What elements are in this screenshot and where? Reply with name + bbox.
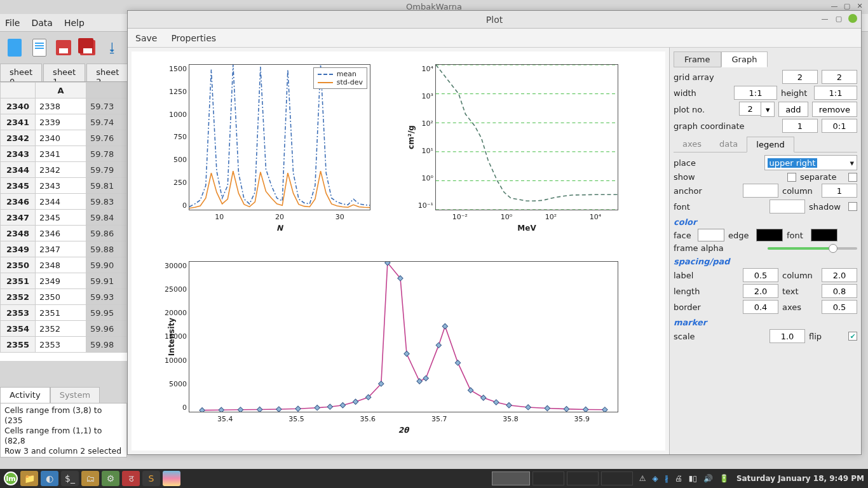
- table-row[interactable]: 2350234859.90: [1, 257, 127, 273]
- table-row[interactable]: 2352235059.93: [1, 289, 127, 305]
- text-input[interactable]: [822, 284, 857, 298]
- shield-icon[interactable]: ◈: [652, 474, 658, 483]
- volume-icon[interactable]: 🔊: [703, 474, 713, 483]
- table-row[interactable]: 2342234059.76: [1, 130, 127, 146]
- font-color[interactable]: [811, 229, 837, 241]
- terminal-icon[interactable]: $_: [61, 471, 79, 486]
- menu-data[interactable]: Data: [31, 18, 52, 28]
- remove-button[interactable]: remove: [812, 102, 857, 117]
- settings-icon[interactable]: ⚙: [102, 471, 119, 486]
- gc1-input[interactable]: [782, 119, 818, 133]
- col-header-a[interactable]: A: [36, 83, 86, 98]
- grid-cols-input[interactable]: [822, 70, 857, 84]
- subtab-data[interactable]: data: [710, 137, 747, 152]
- plot-no-dropdown[interactable]: ▾: [761, 102, 775, 117]
- table-row[interactable]: 2353235159.95: [1, 305, 127, 321]
- sublime-icon[interactable]: S: [142, 471, 160, 486]
- table-row[interactable]: 2351234959.91: [1, 273, 127, 289]
- table-row[interactable]: 2347234559.84: [1, 210, 127, 226]
- border-input[interactable]: [743, 300, 778, 314]
- flip-checkbox[interactable]: ✔: [848, 332, 857, 341]
- network-icon[interactable]: ▮▯: [689, 474, 697, 483]
- lbl-graph-coord: graph coordinate: [674, 121, 778, 131]
- sheet-tab-2[interactable]: sheet 2: [86, 64, 127, 81]
- menu-file[interactable]: File: [5, 18, 20, 28]
- maximize-icon[interactable]: ▢: [843, 1, 851, 10]
- table-row[interactable]: 2344234259.79: [1, 162, 127, 178]
- corner-cell[interactable]: [1, 83, 36, 98]
- system-tab[interactable]: System: [50, 387, 100, 403]
- plot-minimize-icon[interactable]: —: [820, 14, 829, 23]
- plot-menu-save[interactable]: Save: [135, 33, 157, 43]
- menu-help[interactable]: Help: [64, 18, 85, 28]
- spreadsheet[interactable]: A 2340233859.732341233959.742342234059.7…: [0, 81, 127, 361]
- tab-frame[interactable]: Frame: [674, 51, 721, 67]
- axes2-input[interactable]: [822, 300, 857, 314]
- plot-maximize-icon[interactable]: ▢: [834, 14, 843, 23]
- edge-color[interactable]: [756, 229, 783, 241]
- lbl-face: face: [674, 231, 694, 240]
- column2-input[interactable]: [822, 268, 857, 282]
- frame-alpha-slider[interactable]: [768, 247, 858, 250]
- place-select[interactable]: upper right▾: [764, 155, 858, 170]
- anchor-input[interactable]: [743, 184, 778, 198]
- save-icon[interactable]: [55, 37, 72, 58]
- table-row[interactable]: 2346234459.83: [1, 194, 127, 210]
- col-header-b[interactable]: [86, 83, 127, 98]
- ombak-icon[interactable]: [163, 471, 180, 486]
- warning-icon[interactable]: ⚠: [639, 474, 646, 483]
- table-row[interactable]: 2341233959.74: [1, 114, 127, 130]
- import-icon[interactable]: ⭳: [104, 37, 121, 58]
- taskbar-active-window[interactable]: [492, 471, 530, 485]
- bluetooth-icon[interactable]: ∦: [665, 474, 668, 483]
- plot-menu-properties[interactable]: Properties: [171, 33, 216, 43]
- table-row[interactable]: 2349234759.88: [1, 241, 127, 257]
- font-input[interactable]: [770, 200, 805, 214]
- taskbar-clock[interactable]: Saturday January 18, 9:49 PM: [736, 474, 864, 483]
- table-row[interactable]: 2343234159.78: [1, 146, 127, 162]
- shadow-checkbox[interactable]: [848, 202, 857, 211]
- sheet-tab-1[interactable]: sheet 1: [43, 64, 85, 81]
- gc2-input[interactable]: [822, 119, 857, 133]
- tab-graph[interactable]: Graph: [721, 51, 768, 67]
- taskbar-slot-2[interactable]: [567, 471, 599, 485]
- table-row[interactable]: 2355235359.98: [1, 337, 127, 353]
- show-checkbox[interactable]: [787, 173, 796, 182]
- height-input[interactable]: [814, 86, 857, 100]
- svg-rect-26: [468, 388, 473, 393]
- face-color[interactable]: [698, 229, 724, 241]
- new-file-icon[interactable]: [6, 37, 23, 58]
- table-row[interactable]: 2345234359.81: [1, 178, 127, 194]
- separate-checkbox[interactable]: [848, 173, 857, 182]
- battery-icon[interactable]: 🔋: [719, 474, 729, 483]
- column-input[interactable]: [822, 184, 857, 198]
- files-icon[interactable]: 📁: [20, 471, 38, 486]
- minimize-icon[interactable]: —: [830, 1, 839, 10]
- start-menu-icon[interactable]: lm: [4, 471, 18, 485]
- add-button[interactable]: add: [778, 102, 808, 117]
- plot-no-input[interactable]: [739, 102, 761, 116]
- width-input[interactable]: [734, 86, 777, 100]
- close-icon[interactable]: ✕: [855, 1, 864, 10]
- sheet-tab-0[interactable]: sheet 0: [0, 64, 42, 81]
- grid-rows-input[interactable]: [782, 70, 818, 84]
- app1-icon[interactable]: ठ: [122, 471, 140, 486]
- table-row[interactable]: 2354235259.96: [1, 321, 127, 337]
- length-input[interactable]: [743, 284, 778, 298]
- lbl-edge: edge: [728, 231, 752, 240]
- table-row[interactable]: 2340233859.73: [1, 98, 127, 114]
- taskbar-slot-1[interactable]: [532, 471, 564, 485]
- open-file-icon[interactable]: [31, 37, 47, 58]
- subtab-axes[interactable]: axes: [674, 137, 710, 152]
- printer-icon[interactable]: 🖨: [675, 474, 682, 483]
- folder-icon[interactable]: 🗂: [81, 471, 99, 486]
- label-input[interactable]: [743, 268, 778, 282]
- table-row[interactable]: 2348234659.86: [1, 226, 127, 241]
- taskbar-slot-3[interactable]: [601, 471, 633, 485]
- scale-input[interactable]: [770, 329, 805, 343]
- subtab-legend[interactable]: legend: [747, 137, 794, 152]
- plot-close-icon[interactable]: [848, 14, 857, 23]
- browser-icon[interactable]: ◐: [41, 471, 58, 486]
- activity-tab[interactable]: Activity: [0, 387, 50, 403]
- save-all-icon[interactable]: [79, 37, 96, 58]
